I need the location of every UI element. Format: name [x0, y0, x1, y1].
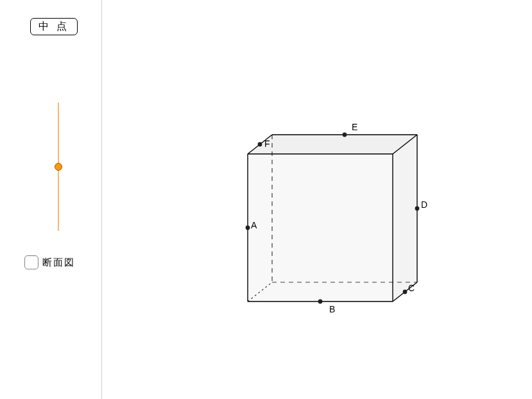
point-label-E: E: [352, 122, 357, 132]
section-checkbox-row: 断面図: [24, 255, 75, 269]
cube-diagram[interactable]: [212, 109, 488, 378]
point-label-C: C: [408, 283, 415, 293]
cube-top-face: [248, 135, 417, 154]
midpoint-slider[interactable]: [55, 103, 62, 231]
point-label-D: D: [421, 200, 427, 210]
point-A[interactable]: [246, 226, 250, 230]
point-D[interactable]: [415, 207, 420, 211]
point-label-B: B: [329, 304, 335, 314]
stage: 中 点 断面図: [0, 0, 532, 399]
point-F[interactable]: [258, 142, 262, 147]
cube-front-face: [248, 154, 393, 301]
point-label-F: F: [264, 139, 270, 149]
point-E[interactable]: [343, 133, 347, 137]
point-B[interactable]: [318, 300, 323, 304]
panel-divider: [101, 0, 102, 399]
section-checkbox[interactable]: [24, 255, 39, 269]
section-checkbox-label: 断面図: [42, 257, 75, 269]
point-C[interactable]: [403, 290, 408, 294]
cube-right-face: [393, 135, 417, 301]
point-label-A: A: [251, 220, 257, 230]
slider-thumb[interactable]: [55, 163, 62, 171]
midpoint-button[interactable]: 中 点: [30, 18, 78, 35]
